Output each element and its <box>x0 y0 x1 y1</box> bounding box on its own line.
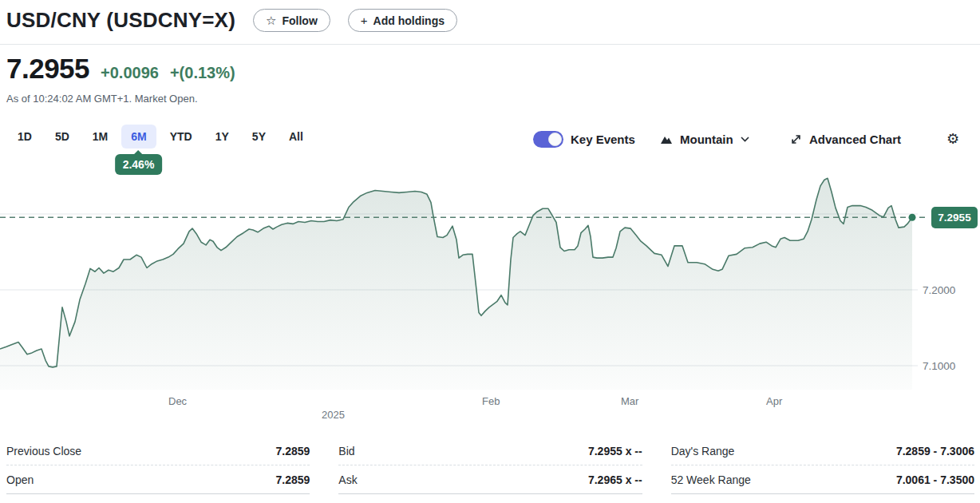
key-events-toggle[interactable] <box>533 131 563 148</box>
x-axis-label-apr: Apr <box>766 395 782 407</box>
follow-button[interactable]: ☆ Follow <box>253 9 330 32</box>
quote-statistics: Previous Close7.2859Open7.2859Bid7.2955 … <box>6 438 974 494</box>
stats-column: Bid7.2955 x --Ask7.2965 x -- <box>338 438 642 494</box>
stat-value: 7.2965 x -- <box>588 473 642 486</box>
stat-label: Open <box>6 473 34 486</box>
price-change-percent: +(0.13%) <box>170 64 235 82</box>
stat-label: Previous Close <box>6 445 81 457</box>
current-price: 7.2955 <box>6 53 89 85</box>
stats-column: Day's Range7.2859 - 7.300652 Week Range7… <box>671 438 974 494</box>
toggle-knob <box>548 133 562 146</box>
svg-text:7.2000: 7.2000 <box>923 284 955 296</box>
range-tabs: 1D5D1M6MYTD1Y5YAll <box>8 125 313 149</box>
stat-row: 52 Week Range7.0061 - 7.3500 <box>671 465 974 494</box>
stat-row: Day's Range7.2859 - 7.3006 <box>671 438 974 465</box>
chart-type-label: Mountain <box>680 133 733 146</box>
range-tab-5d[interactable]: 5D <box>45 125 79 149</box>
stat-value: 7.2955 x -- <box>588 445 642 457</box>
stat-value: 7.2859 <box>276 445 310 457</box>
advanced-chart-label: Advanced Chart <box>809 133 901 146</box>
range-tab-1y[interactable]: 1Y <box>206 125 239 149</box>
stat-row: Ask7.2965 x -- <box>338 465 642 494</box>
stat-label: Ask <box>338 473 357 486</box>
range-tab-1m[interactable]: 1M <box>83 125 117 149</box>
stat-value: 7.2859 <box>276 473 310 486</box>
quote-page: USD/CNY (USDCNY=X) ☆ Follow + Add holdin… <box>0 0 980 503</box>
add-holdings-label: Add holdings <box>373 14 445 27</box>
range-tab-1d[interactable]: 1D <box>8 125 41 149</box>
stat-value: 7.2859 - 7.3006 <box>896 445 974 457</box>
range-tab-6m[interactable]: 6M <box>121 125 156 149</box>
svg-text:7.1000: 7.1000 <box>923 360 955 372</box>
chart-controls: 1D5D1M6MYTD1Y5YAll Key Events Mountain A… <box>0 125 980 153</box>
chart-canvas: 7.20007.1000 <box>0 172 980 390</box>
price-change: +0.0096 <box>101 64 159 82</box>
x-axis-label-dec: Dec <box>168 395 187 407</box>
range-tab-5y[interactable]: 5Y <box>243 125 275 149</box>
stat-row: Bid7.2955 x -- <box>338 438 642 465</box>
stat-value: 7.0061 - 7.3500 <box>896 473 974 486</box>
as-of-timestamp: As of 10:24:02 AM GMT+1. Market Open. <box>6 93 198 105</box>
price-chart[interactable]: 7.20007.1000 7.2955 <box>0 172 980 390</box>
chart-type-dropdown[interactable]: Mountain <box>660 125 749 153</box>
mountain-icon <box>660 133 673 145</box>
chart-x-axis: Dec2025FebMarApr <box>0 395 980 426</box>
key-events-label: Key Events <box>571 133 635 146</box>
page-title: USD/CNY (USDCNY=X) <box>6 8 235 33</box>
stat-label: Bid <box>338 445 354 457</box>
range-tab-ytd[interactable]: YTD <box>160 125 202 149</box>
star-icon: ☆ <box>266 14 276 26</box>
add-holdings-button[interactable]: + Add holdings <box>348 9 457 32</box>
expand-icon <box>790 133 802 145</box>
stat-label: 52 Week Range <box>671 473 751 486</box>
current-price-badge: 7.2955 <box>931 207 978 228</box>
page-header: USD/CNY (USDCNY=X) ☆ Follow + Add holdin… <box>6 8 974 33</box>
follow-button-label: Follow <box>282 14 317 27</box>
stat-row: Previous Close7.2859 <box>6 438 310 465</box>
header-divider <box>0 44 980 45</box>
x-axis-label-2025: 2025 <box>322 409 345 421</box>
range-tab-all[interactable]: All <box>279 125 313 149</box>
x-axis-label-feb: Feb <box>482 395 500 407</box>
gear-icon: ⚙ <box>946 132 959 146</box>
key-events-group: Key Events <box>533 125 635 153</box>
plus-icon: + <box>361 14 368 26</box>
x-axis-label-mar: Mar <box>621 395 638 407</box>
stats-column: Previous Close7.2859Open7.2859 <box>6 438 310 494</box>
stat-label: Day's Range <box>671 445 735 457</box>
stat-row: Open7.2859 <box>6 465 310 494</box>
advanced-chart-button[interactable]: Advanced Chart <box>790 125 901 153</box>
quote-summary: 7.2955 +0.0096 +(0.13%) <box>6 53 235 85</box>
chevron-down-icon <box>741 137 749 142</box>
chart-settings-button[interactable]: ⚙ <box>946 125 959 153</box>
